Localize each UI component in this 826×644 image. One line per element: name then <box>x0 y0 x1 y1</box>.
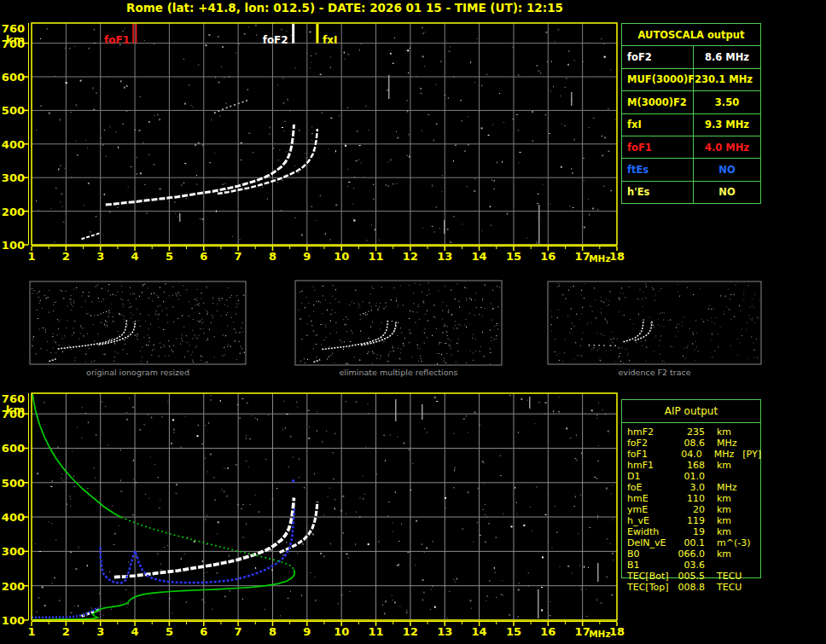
x-axis: 123456789101112131415161718MHz <box>27 622 625 639</box>
svg-text:MHz: MHz <box>589 629 610 639</box>
svg-text:1: 1 <box>27 625 35 638</box>
autoscala-param-label: fxI <box>622 114 694 136</box>
thumbnail-caption-evidence: evidence F2 trace <box>548 368 761 377</box>
svg-text:500: 500 <box>2 104 25 117</box>
thumbnail-original-ionogram <box>30 281 246 364</box>
aip-row-hmf1: hmF1168km <box>621 460 761 471</box>
autoscala-param-label: MUF(3000)F2 <box>622 69 694 90</box>
autoscala-param-value: NO <box>694 159 760 180</box>
svg-text:11: 11 <box>368 625 383 638</box>
svg-text:500: 500 <box>2 477 25 490</box>
aip-row-ewidth: Ewidth19km <box>621 526 761 537</box>
aip-param-name: foF1 <box>621 449 674 460</box>
svg-text:100: 100 <box>2 614 25 627</box>
svg-text:700: 700 <box>2 408 25 421</box>
autoscala-param-value: 4.0 MHz <box>694 136 760 158</box>
aip-table-title: AIP output <box>622 400 760 423</box>
autoscala-param-value: 3.50 <box>694 91 760 113</box>
svg-text:700: 700 <box>2 38 25 50</box>
autoscala-screen: { "header": { "title": "Rome (lat: +41.8… <box>0 0 826 644</box>
svg-text:8: 8 <box>269 250 276 263</box>
aip-param-value: 008.8 <box>676 582 705 593</box>
svg-text:6: 6 <box>200 250 207 263</box>
svg-text:MHz: MHz <box>589 253 610 264</box>
svg-text:12: 12 <box>403 625 418 638</box>
svg-text:7: 7 <box>235 625 242 638</box>
top-ionogram-plot: 123456789101112131415161718MHz760km70060… <box>2 22 625 264</box>
svg-text:18: 18 <box>609 625 625 638</box>
svg-text:13: 13 <box>437 625 452 638</box>
svg-text:300: 300 <box>2 545 25 558</box>
aip-param-value: 3.0 <box>676 482 705 493</box>
svg-text:1: 1 <box>27 250 35 263</box>
aip-param-unit: TECU <box>717 582 742 593</box>
aip-param-unit: m^(-3) <box>717 537 750 548</box>
aip-row-hmf2: hmF2235km <box>621 426 761 438</box>
svg-text:12: 12 <box>403 250 418 263</box>
autoscala-param-label: ftEs <box>622 159 694 180</box>
svg-text:9: 9 <box>303 250 311 263</box>
aip-param-value: 03.6 <box>676 560 705 571</box>
y-axis: 760km700600500400300200100 <box>2 392 28 627</box>
svg-text:13: 13 <box>437 250 452 263</box>
aip-param-value: 20 <box>676 504 705 515</box>
svg-text:8: 8 <box>269 625 276 638</box>
aip-param-name: B1 <box>621 560 676 571</box>
aip-param-value: 110 <box>676 493 705 504</box>
autoscala-row-ftes: ftEsNO <box>622 159 760 181</box>
svg-text:600: 600 <box>2 71 25 84</box>
autoscala-row-hes: h'EsNO <box>622 182 760 203</box>
autoscala-row-fxi: fxI9.3 MHz <box>622 114 760 136</box>
svg-text:9: 9 <box>303 625 311 638</box>
autoscala-row-fof1: foF14.0 MHz <box>622 136 760 159</box>
marker-label-fof2: foF2 <box>263 34 288 46</box>
aip-param-value: 005.5 <box>676 571 705 582</box>
autoscala-param-value: 9.3 MHz <box>694 114 760 136</box>
aip-param-value: 19 <box>676 526 705 537</box>
svg-text:15: 15 <box>506 250 521 263</box>
svg-text:4: 4 <box>131 250 139 263</box>
autoscala-param-label: M(3000)F2 <box>622 91 694 113</box>
aip-row-b0: B0066.0km <box>621 548 761 560</box>
aip-param-extra: [PY] <box>742 449 761 460</box>
aip-param-name: TEC[Bot] <box>621 571 676 582</box>
aip-param-name: ymE <box>621 504 676 515</box>
autoscala-param-value: NO <box>694 182 760 203</box>
autoscala-row-fof2: foF28.6 MHz <box>622 46 760 68</box>
aip-row-delnve: DelN_vE00.1m^(-3) <box>621 537 761 548</box>
svg-text:16: 16 <box>540 250 556 263</box>
aip-param-name: D1 <box>621 471 676 482</box>
aip-param-value: 04.0 <box>674 449 702 460</box>
aip-param-value: 066.0 <box>676 548 705 560</box>
svg-text:200: 200 <box>2 580 25 593</box>
aip-param-name: TEC[Top] <box>621 582 676 593</box>
svg-text:10: 10 <box>334 250 349 263</box>
marker-label-fxi: fxI <box>323 34 337 46</box>
thumbnail-evidence-f2-trace <box>548 281 761 364</box>
svg-text:17: 17 <box>575 250 590 263</box>
autoscala-param-label: foF2 <box>622 46 694 67</box>
aip-param-value: 119 <box>676 515 705 526</box>
aip-row-foe: foE3.0MHz <box>621 482 761 493</box>
aip-row-hme: hmE110km <box>621 493 761 504</box>
marker-label-fof1: foF1 <box>104 34 130 46</box>
bottom-profile-plot: 123456789101112131415161718MHz760km70060… <box>2 392 625 639</box>
aip-param-value: 00.1 <box>676 537 705 548</box>
svg-text:11: 11 <box>368 250 383 263</box>
svg-text:6: 6 <box>200 625 207 638</box>
svg-text:400: 400 <box>2 511 25 524</box>
aip-row-yme: ymE20km <box>621 504 761 515</box>
aip-row-b1: B103.6 <box>621 560 761 571</box>
aip-param-name: hmE <box>621 493 676 504</box>
aip-row-hve: h_vE119km <box>621 515 761 526</box>
aip-row-fof2: foF208.6MHz <box>621 438 761 449</box>
aip-param-unit: km <box>717 460 731 471</box>
autoscala-table-title: AUTOSCALA output <box>622 24 760 46</box>
svg-text:4: 4 <box>131 625 139 638</box>
svg-text:2: 2 <box>62 625 70 638</box>
aip-param-unit: km <box>717 526 731 537</box>
aip-param-name: foF2 <box>621 438 676 449</box>
svg-text:400: 400 <box>2 138 25 151</box>
aip-param-unit: km <box>717 493 731 504</box>
aip-param-name: hmF1 <box>621 460 676 471</box>
